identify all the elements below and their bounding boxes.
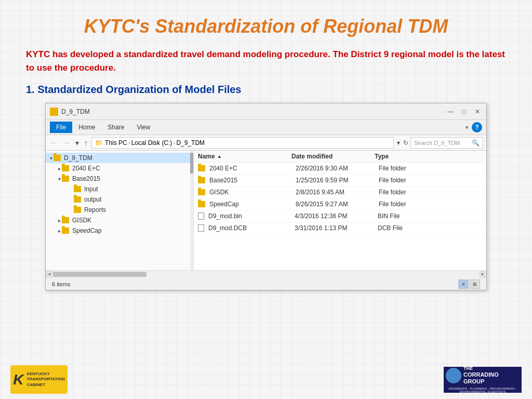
scroll-left-button[interactable]: ◂ [46, 271, 53, 278]
path-thispc: This PC [105, 139, 127, 147]
col-header-date[interactable]: Date modified [291, 153, 375, 160]
window-title: D_9_TDM [61, 108, 446, 115]
sort-arrow-name: ▲ [217, 154, 222, 159]
ribbon-tabs: File Home Share View ▾ ? [46, 120, 486, 135]
nav-label-2040ec: 2040 E+C [72, 165, 100, 172]
forward-button[interactable]: → [61, 139, 72, 147]
corradino-the: THE [463, 366, 499, 371]
col-header-type[interactable]: Type [375, 153, 482, 160]
file-row-2040ec[interactable]: 2040 E+C 2/26/2016 9:30 AM File folder [194, 163, 486, 175]
this-pc-icon: 📁 [95, 139, 103, 147]
tab-home[interactable]: Home [72, 122, 101, 133]
nav-item-output[interactable]: output [46, 194, 193, 205]
window-controls: — □ ✕ [446, 107, 482, 116]
up-button[interactable]: ↑ [83, 139, 89, 147]
nav-expand-icon-gisdk: ▸ [58, 218, 61, 223]
file-name-2040ec: 2040 E+C [209, 165, 296, 172]
close-button[interactable]: ✕ [473, 107, 482, 116]
nav-pane: ▾ D_9_TDM ▸ 2040 E+C ▾ Base2015 [46, 151, 194, 270]
nav-label-d9tdm: D_9_TDM [64, 154, 92, 162]
folder-icon-gisdk [198, 189, 205, 195]
recent-locations-button[interactable]: ▾ [74, 139, 81, 147]
file-type-speedcap: File folder [379, 201, 482, 208]
nav-folder-icon-d9tdm [54, 155, 61, 161]
section-heading: 1. Standardized Organization of Model Fi… [26, 84, 506, 96]
file-name-base2015: Base2015 [209, 177, 296, 184]
nav-folder-icon-speedcap [62, 228, 69, 234]
nav-folder-icon-input [74, 186, 81, 192]
ribbon: File Home Share View ▾ ? [46, 120, 486, 135]
search-box[interactable]: Search D_9_TDM 🔍 [410, 137, 483, 149]
file-row-d9modbin[interactable]: D9_mod.bin 4/3/2016 12:36 PM BIN File [194, 210, 486, 222]
file-row-d9moddcb[interactable]: D9_mod.DCB 3/31/2016 1:13 PM DCB File [194, 222, 486, 234]
file-type-base2015: File folder [379, 177, 482, 184]
nav-expand-icon-base2015: ▾ [58, 176, 61, 182]
file-date-base2015: 1/25/2016 9:59 PM [296, 177, 379, 184]
folder-icon-base2015 [198, 177, 205, 183]
nav-item-reports[interactable]: Reports [46, 205, 193, 215]
nav-item-d9tdm[interactable]: ▾ D_9_TDM [46, 153, 193, 163]
maximize-button[interactable]: □ [459, 107, 469, 116]
nav-label-reports: Reports [84, 206, 106, 214]
file-name-gisdk: GISDK [209, 189, 296, 196]
nav-item-speedcap[interactable]: ▸ SpeedCap [46, 225, 193, 236]
nav-label-gisdk: GISDK [72, 217, 91, 224]
help-button[interactable]: ? [472, 122, 482, 132]
details-view-button[interactable]: ≡ [458, 280, 469, 289]
slide-content: KYTC's Standardization of Regional TDM K… [0, 0, 532, 301]
file-name-d9moddcb: D9_mod.DCB [208, 224, 295, 232]
file-row-base2015[interactable]: Base2015 1/25/2016 9:59 PM File folder [194, 175, 486, 187]
file-row-speedcap[interactable]: SpeedCap 8/26/2015 9:27 AM File folder [194, 198, 486, 210]
search-placeholder: Search D_9_TDM [414, 140, 460, 146]
nav-folder-icon-2040 [62, 165, 69, 171]
address-path[interactable]: 📁 This PC › Local Disk (C:) › D_9_TDM [91, 137, 394, 149]
nav-expand-icon-2040: ▸ [58, 166, 61, 171]
corradino-top: THE CORRADINO GROUP [446, 366, 520, 385]
expand-ribbon-icon[interactable]: ▾ [466, 124, 469, 131]
large-icons-view-button[interactable]: ⊞ [470, 280, 480, 289]
tab-share[interactable]: Share [101, 122, 130, 133]
tab-view[interactable]: View [130, 122, 156, 133]
slide-title: KYTC's Standardization of Regional TDM [26, 16, 506, 37]
nav-item-base2015[interactable]: ▾ Base2015 [46, 174, 193, 184]
scroll-right-button[interactable]: ▸ [479, 271, 486, 278]
nav-expand-icon: ▾ [50, 155, 52, 161]
doc-icon-d9modbin [198, 212, 204, 220]
path-dropdown-button[interactable]: ▾ [396, 139, 401, 147]
address-bar: ← → ▾ ↑ 📁 This PC › Local Disk (C:) › D_… [46, 135, 486, 151]
search-icon[interactable]: 🔍 [472, 139, 480, 147]
scrollbar-track[interactable] [53, 271, 479, 278]
nav-scrollbar[interactable] [190, 151, 193, 270]
corradino-name: CORRADINO [463, 371, 499, 378]
file-row-gisdk[interactable]: GISDK 2/8/2016 9:45 AM File folder [194, 187, 486, 198]
col-header-name[interactable]: Name ▲ [198, 153, 291, 160]
title-bar: D_9_TDM — □ ✕ [46, 103, 486, 120]
folder-title-icon [50, 108, 58, 116]
file-name-d9modbin: D9_mod.bin [208, 212, 295, 220]
path-folder: D_9_TDM [176, 139, 205, 147]
nav-folder-icon-output [74, 196, 81, 203]
nav-folder-icon-base2015 [62, 176, 69, 182]
refresh-button[interactable]: ↻ [403, 139, 408, 147]
nav-item-gisdk[interactable]: ▸ GISDK [46, 215, 193, 225]
back-button[interactable]: ← [49, 139, 59, 147]
file-type-2040ec: File folder [379, 165, 482, 172]
file-pane: Name ▲ Date modified Type 2040 E+C 2/26/… [194, 151, 486, 270]
nav-item-input[interactable]: Input [46, 184, 193, 194]
kytc-k-letter: K [13, 371, 23, 388]
corradino-group: GROUP [463, 378, 499, 385]
nav-label-input: Input [84, 185, 98, 193]
file-type-gisdk: File folder [379, 189, 482, 196]
file-date-d9moddcb: 3/31/2016 1:13 PM [295, 224, 378, 232]
path-drive: Local Disk (C:) [131, 139, 172, 147]
file-date-gisdk: 2/8/2016 9:45 AM [296, 189, 379, 196]
nav-item-2040ec[interactable]: ▸ 2040 E+C [46, 163, 193, 174]
file-date-d9modbin: 4/3/2016 12:36 PM [295, 212, 378, 220]
globe-icon [446, 368, 461, 383]
minimize-button[interactable]: — [446, 107, 455, 116]
h-scrollbar[interactable]: ◂ ▸ [46, 270, 486, 277]
corradino-tagline: ENGINEERS · PLANNERS · PROGRAMMERS · ENV… [446, 387, 520, 393]
tab-file[interactable]: File [50, 122, 72, 133]
nav-folder-icon-reports [74, 207, 81, 213]
file-type-d9modbin: BIN File [378, 212, 482, 220]
